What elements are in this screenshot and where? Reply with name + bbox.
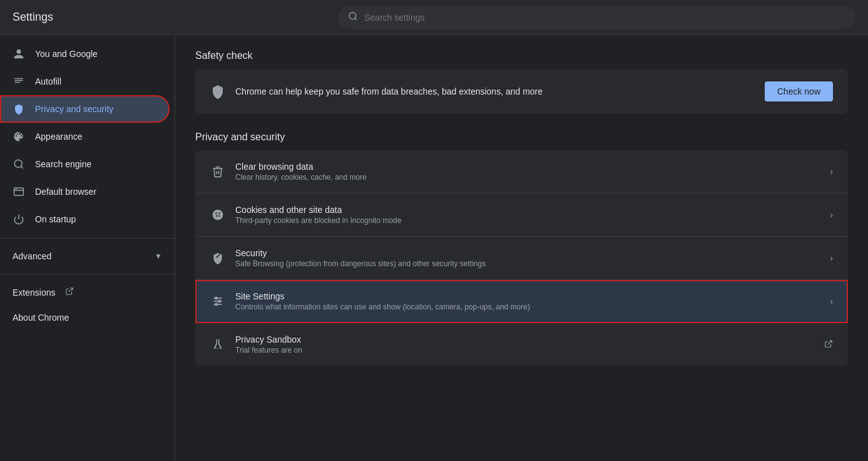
power-icon: [13, 213, 25, 225]
security-title: Security: [235, 248, 820, 258]
search-engine-icon: [13, 158, 25, 170]
svg-point-12: [218, 212, 220, 214]
privacy-item-cookies[interactable]: Cookies and other site data Third-party …: [195, 194, 848, 237]
sidebar-divider-2: [0, 274, 175, 274]
clear-browsing-data-text: Clear browsing data Clear history, cooki…: [235, 162, 820, 182]
top-bar: Settings: [0, 0, 868, 35]
trash-icon: [210, 164, 225, 179]
sidebar: You and Google Autofill Privacy and secu…: [0, 35, 175, 461]
sidebar-label-default-browser: Default browser: [35, 187, 96, 197]
clear-browsing-data-subtitle: Clear history, cookies, cache, and more: [235, 173, 820, 182]
privacy-sandbox-title: Privacy Sandbox: [235, 334, 814, 344]
sidebar-label-about-chrome: About Chrome: [13, 313, 69, 323]
privacy-item-clear-browsing-data[interactable]: Clear browsing data Clear history, cooki…: [195, 150, 848, 194]
sidebar-item-you-and-google[interactable]: You and Google: [0, 40, 170, 68]
browser-icon: [13, 185, 25, 198]
privacy-sandbox-subtitle: Trial features are on: [235, 346, 814, 355]
svg-point-19: [218, 300, 220, 302]
svg-point-14: [218, 215, 220, 217]
flask-icon: [210, 337, 225, 352]
svg-point-0: [349, 13, 356, 19]
sidebar-label-privacy: Privacy and security: [35, 104, 113, 114]
privacy-item-privacy-sandbox[interactable]: Privacy Sandbox Trial features are on: [195, 323, 848, 366]
cookie-icon: [210, 207, 225, 222]
svg-point-10: [213, 210, 223, 220]
sidebar-label-extensions: Extensions: [13, 287, 55, 298]
sidebar-advanced-section[interactable]: Advanced ▼: [0, 244, 175, 269]
svg-point-13: [216, 215, 218, 217]
check-now-button[interactable]: Check now: [765, 81, 833, 101]
site-settings-subtitle: Controls what information sites can use …: [235, 303, 820, 311]
svg-point-20: [215, 303, 217, 305]
security-text: Security Safe Browsing (protection from …: [235, 248, 820, 268]
safety-shield-icon: [210, 84, 225, 99]
sidebar-divider-1: [0, 238, 175, 239]
safety-check-title: Safety check: [195, 50, 848, 61]
privacy-security-list: Clear browsing data Clear history, cooki…: [195, 150, 848, 366]
sidebar-item-default-browser[interactable]: Default browser: [0, 178, 170, 205]
sidebar-item-search-engine[interactable]: Search engine: [0, 150, 170, 178]
privacy-security-title: Privacy and security: [195, 132, 848, 143]
cookies-subtitle: Third-party cookies are blocked in Incog…: [235, 216, 820, 225]
svg-line-9: [69, 288, 73, 292]
search-icon: [348, 11, 358, 24]
privacy-item-security[interactable]: Security Safe Browsing (protection from …: [195, 237, 848, 280]
svg-line-1: [355, 18, 357, 20]
shield-check-icon: [210, 251, 225, 266]
chevron-right-icon-2: ›: [830, 210, 833, 220]
security-subtitle: Safe Browsing (protection from dangerous…: [235, 259, 820, 268]
site-settings-text: Site Settings Controls what information …: [235, 291, 820, 311]
privacy-sandbox-text: Privacy Sandbox Trial features are on: [235, 334, 814, 355]
sidebar-item-about-chrome[interactable]: About Chrome: [0, 305, 175, 330]
app-title: Settings: [13, 11, 175, 24]
sidebar-item-extensions[interactable]: Extensions: [0, 279, 175, 305]
sidebar-label-on-startup: On startup: [35, 214, 76, 224]
svg-point-7: [17, 189, 18, 190]
privacy-item-site-settings[interactable]: Site Settings Controls what information …: [195, 280, 848, 323]
content-area: Safety check Chrome can help keep you sa…: [175, 35, 868, 461]
chevron-down-icon: ▼: [155, 252, 162, 261]
shield-icon: [13, 103, 25, 115]
chevron-right-icon-4: ›: [830, 296, 833, 306]
palette-icon: [13, 130, 25, 143]
sidebar-label-you-and-google: You and Google: [35, 49, 98, 59]
sidebar-label-autofill: Autofill: [35, 76, 61, 86]
external-link-icon-sandbox: [824, 339, 833, 350]
sidebar-item-privacy-and-security[interactable]: Privacy and security: [0, 95, 170, 123]
clear-browsing-data-title: Clear browsing data: [235, 162, 820, 172]
search-input[interactable]: [364, 13, 845, 23]
svg-point-6: [15, 189, 16, 190]
sidebar-label-advanced: Advanced: [13, 251, 51, 261]
chevron-right-icon: ›: [830, 167, 833, 177]
svg-point-11: [215, 212, 217, 214]
sidebar-label-appearance: Appearance: [35, 132, 83, 142]
search-bar[interactable]: [338, 6, 855, 29]
svg-point-18: [215, 297, 217, 299]
sidebar-item-appearance[interactable]: Appearance: [0, 123, 170, 150]
site-settings-title: Site Settings: [235, 291, 820, 301]
sidebar-item-on-startup[interactable]: On startup: [0, 205, 170, 233]
safety-check-card: Chrome can help keep you safe from data …: [195, 69, 848, 114]
safety-check-description: Chrome can help keep you safe from data …: [235, 86, 755, 96]
chevron-right-icon-3: ›: [830, 253, 833, 263]
main-layout: You and Google Autofill Privacy and secu…: [0, 35, 868, 461]
svg-point-2: [14, 160, 22, 167]
sidebar-label-search-engine: Search engine: [35, 159, 91, 169]
autofill-icon: [13, 75, 25, 88]
svg-line-3: [21, 166, 23, 168]
person-icon: [13, 48, 25, 60]
sidebar-item-autofill[interactable]: Autofill: [0, 68, 170, 95]
svg-line-21: [828, 340, 832, 344]
cookies-text: Cookies and other site data Third-party …: [235, 205, 820, 225]
sliders-icon: [210, 294, 225, 309]
cookies-title: Cookies and other site data: [235, 205, 820, 215]
privacy-security-section: Privacy and security Clear browsing data…: [195, 132, 848, 366]
external-link-icon: [65, 287, 74, 298]
